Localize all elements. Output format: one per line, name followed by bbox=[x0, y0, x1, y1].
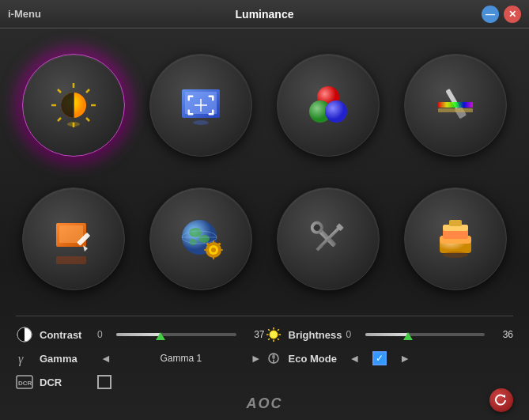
dcr-checkbox[interactable] bbox=[97, 375, 111, 389]
svg-line-8 bbox=[58, 89, 61, 93]
brightness-icon bbox=[265, 326, 282, 343]
dcr-label: DCR bbox=[40, 376, 91, 388]
svg-line-4 bbox=[86, 118, 89, 121]
svg-text:γ: γ bbox=[18, 352, 24, 366]
svg-rect-28 bbox=[438, 108, 473, 112]
exit-icon-btn[interactable] bbox=[404, 187, 507, 290]
icon-grid bbox=[16, 44, 513, 300]
svg-rect-44 bbox=[213, 256, 214, 259]
eco-mode-label: Eco Mode bbox=[289, 353, 340, 365]
title-bar: i-Menu Luminance — ✕ bbox=[0, 0, 529, 28]
contrast-value: 37 bbox=[243, 329, 265, 340]
brightness-value: 36 bbox=[491, 329, 513, 340]
dcr-icon: DCR bbox=[16, 373, 33, 391]
contrast-label: Contrast bbox=[40, 329, 91, 341]
svg-point-37 bbox=[189, 239, 197, 245]
control-row-1: Contrast 0 37 bbox=[16, 326, 513, 343]
svg-rect-43 bbox=[213, 240, 214, 244]
eco-mode-prev-button[interactable]: ◄ bbox=[346, 352, 364, 365]
control-row-2: γ Gamma ◄ Gamma 1 ► Eco Mode ◄ bbox=[16, 350, 513, 367]
factory-reset-icon-btn[interactable] bbox=[277, 187, 380, 290]
contrast-slider[interactable] bbox=[116, 328, 236, 341]
svg-line-2 bbox=[86, 89, 89, 93]
close-button[interactable]: ✕ bbox=[504, 6, 521, 23]
svg-point-36 bbox=[198, 235, 210, 243]
svg-point-35 bbox=[189, 228, 202, 237]
gamma-label: Gamma bbox=[40, 353, 91, 365]
gamma-value: Gamma 1 bbox=[121, 353, 241, 364]
eco-mode-control: Eco Mode ◄ ✓ ► bbox=[265, 350, 514, 367]
brightness-control: Brightness 0 36 bbox=[265, 326, 514, 343]
picture-boost-icon-btn[interactable] bbox=[404, 54, 507, 157]
window-controls: — ✕ bbox=[482, 6, 521, 23]
brightness-slider[interactable] bbox=[365, 328, 486, 341]
svg-line-71 bbox=[268, 339, 270, 340]
back-button[interactable] bbox=[489, 388, 513, 412]
svg-rect-27 bbox=[438, 102, 473, 108]
svg-point-21 bbox=[193, 120, 209, 125]
brand-footer: AOC bbox=[16, 395, 513, 412]
eco-mode-icon bbox=[265, 350, 282, 367]
gamma-icon: γ bbox=[16, 350, 33, 367]
svg-rect-46 bbox=[220, 249, 223, 251]
control-row-3: DCR DCR bbox=[16, 373, 513, 391]
svg-text:DCR: DCR bbox=[18, 380, 32, 387]
app-title-left: i-Menu bbox=[8, 8, 41, 20]
luminance-icon-btn[interactable] bbox=[22, 54, 125, 157]
svg-line-6 bbox=[58, 118, 61, 121]
image-setup-icon-btn[interactable] bbox=[149, 54, 252, 157]
svg-rect-59 bbox=[449, 220, 462, 226]
gamma-control: γ Gamma ◄ Gamma 1 ► bbox=[16, 350, 265, 367]
svg-point-60 bbox=[443, 252, 468, 258]
controls-area: Contrast 0 37 bbox=[16, 316, 513, 391]
brand-label: AOC bbox=[247, 395, 283, 411]
eco-mode-checkbox[interactable]: ✓ bbox=[372, 351, 387, 365]
svg-point-63 bbox=[270, 331, 278, 339]
dcr-control: DCR DCR bbox=[16, 373, 265, 391]
minimize-button[interactable]: — bbox=[482, 6, 499, 23]
color-setup-icon-btn[interactable] bbox=[277, 54, 380, 157]
svg-rect-33 bbox=[56, 256, 86, 264]
extra-icon-btn[interactable] bbox=[149, 187, 252, 290]
svg-point-12 bbox=[67, 122, 80, 127]
contrast-min-label: 0 bbox=[97, 329, 110, 340]
svg-line-69 bbox=[278, 339, 279, 340]
svg-line-68 bbox=[268, 329, 270, 331]
svg-rect-45 bbox=[204, 249, 207, 251]
gamma-next-button[interactable]: ► bbox=[247, 352, 265, 365]
brightness-min-label: 0 bbox=[346, 329, 359, 340]
svg-point-42 bbox=[211, 248, 216, 252]
gamma-prev-button[interactable]: ◄ bbox=[97, 352, 115, 365]
osd-setup-icon-btn[interactable] bbox=[22, 187, 125, 290]
svg-point-24 bbox=[325, 100, 347, 123]
window-title: Luminance bbox=[236, 8, 294, 21]
main-content: Contrast 0 37 bbox=[0, 28, 529, 420]
eco-mode-next-button[interactable]: ► bbox=[396, 352, 414, 365]
contrast-control: Contrast 0 37 bbox=[16, 326, 265, 343]
contrast-icon bbox=[16, 326, 33, 343]
svg-line-70 bbox=[278, 329, 279, 331]
brightness-label: Brightness bbox=[289, 329, 340, 341]
